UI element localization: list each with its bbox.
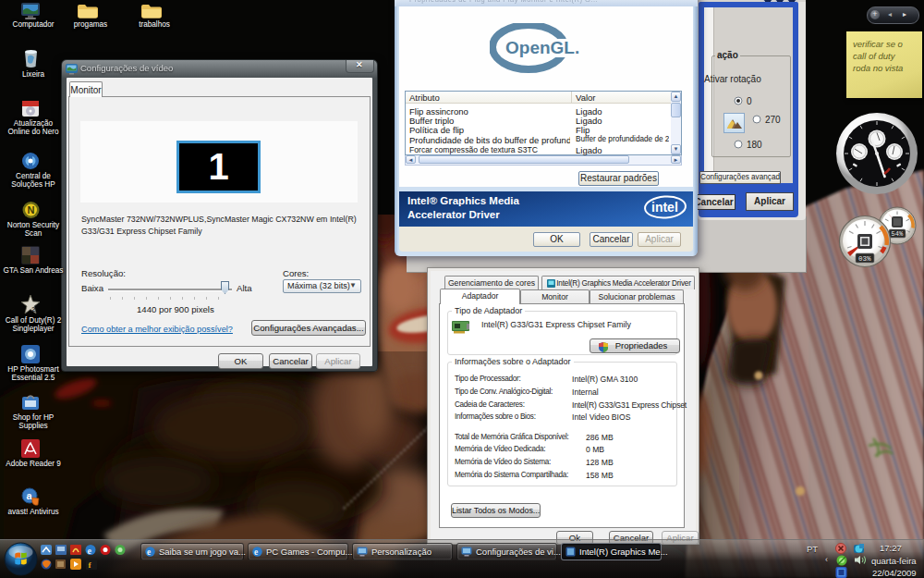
svg-text:intel: intel xyxy=(651,200,678,215)
svg-text:54%: 54% xyxy=(892,230,904,238)
svg-text:OpenGL.: OpenGL. xyxy=(505,38,579,57)
svg-text:180: 180 xyxy=(747,140,762,150)
svg-text:e: e xyxy=(88,546,92,556)
svg-text:03%: 03% xyxy=(858,255,871,263)
svg-text:e: e xyxy=(254,547,258,557)
svg-text:0: 0 xyxy=(747,96,752,106)
svg-text:N: N xyxy=(28,204,35,215)
svg-text:e: e xyxy=(147,547,151,557)
svg-text:270: 270 xyxy=(765,115,781,125)
svg-text:2: 2 xyxy=(31,305,36,314)
